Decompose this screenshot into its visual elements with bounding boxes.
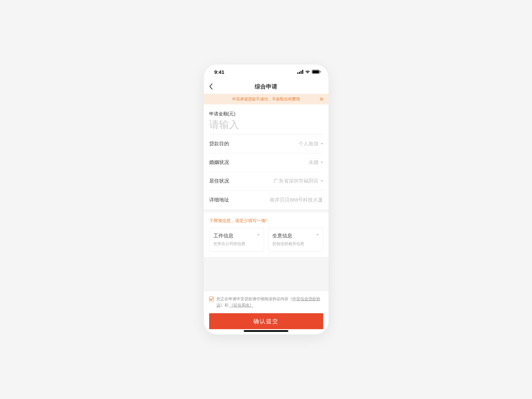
spacer (204, 257, 329, 291)
row-value: 个人旅游 (299, 141, 323, 147)
row-label: 婚姻状况 (209, 159, 229, 166)
work-info-card[interactable]: 工作信息 您所在公司的信息 (209, 228, 264, 252)
agree-prefix: 您正在申请中安贷款请仔细阅读协议内容 (216, 297, 288, 301)
form-top-section: 申请金额(元) 贷款目的 个人旅游 婚姻状况 未婚 居住状况 广东省 (204, 106, 329, 209)
card-title: 工作信息 (213, 233, 260, 239)
section-divider (204, 209, 329, 212)
agreement-text: 您正在申请中安贷款请仔细阅读协议内容《中安信业贷款协议》和 《征信系统》 (216, 296, 323, 309)
home-indicator (244, 330, 288, 332)
row-value: 广东省深圳市福田区 (274, 178, 323, 184)
info-cards: 工作信息 您所在公司的信息 生意信息 您创业的相关信息 (209, 228, 323, 252)
submit-button[interactable]: 确认提交 (209, 313, 323, 329)
row-label: 详细地址 (209, 197, 229, 203)
svg-rect-1 (299, 72, 300, 74)
bracket: 《 (288, 297, 292, 301)
agreement-checkbox[interactable] (209, 297, 214, 301)
amount-input[interactable] (209, 117, 323, 135)
row-value: 未婚 (309, 159, 323, 166)
svg-rect-3 (302, 70, 303, 74)
chevron-down-icon (321, 180, 323, 182)
row-value: 南岸贝贝888号科技大厦 (270, 197, 323, 203)
status-bar: 9:41 (204, 65, 329, 79)
row-loan-purpose[interactable]: 贷款目的 个人旅游 (209, 135, 323, 153)
value-text: 广东省深圳市福田区 (274, 178, 319, 184)
banner-text: 中安承诺贷款不成功，不收取任何费用 (232, 96, 300, 102)
value-text: 未婚 (309, 159, 319, 166)
promo-banner: 中安承诺贷款不成功，不收取任何费用 (204, 94, 329, 104)
row-marital-status[interactable]: 婚姻状况 未婚 (209, 153, 323, 172)
additional-info-section: 下两项信息，请至少填写一项* 工作信息 您所在公司的信息 生意信息 您创业的相关… (204, 212, 329, 257)
row-address[interactable]: 详细地址 南岸贝贝888号科技大厦 (209, 191, 323, 209)
business-info-card[interactable]: 生意信息 您创业的相关信息 (268, 228, 323, 252)
nav-bar: 综合申请 (204, 79, 329, 94)
row-residence[interactable]: 居住状况 广东省深圳市福田区 (209, 172, 323, 191)
agreement-link-2[interactable]: 《征信系统》 (229, 303, 253, 308)
row-label: 贷款目的 (209, 141, 229, 147)
chevron-down-icon (321, 162, 323, 163)
required-star: * (265, 218, 267, 223)
title-text: 下两项信息，请至少填写一项 (209, 218, 265, 223)
chevron-down-icon (321, 143, 323, 145)
card-subtitle: 您所在公司的信息 (213, 241, 260, 247)
bracket: 《 (229, 303, 233, 308)
row-label: 居住状况 (209, 178, 229, 184)
value-text: 南岸贝贝888号科技大厦 (270, 197, 323, 203)
cellular-icon (297, 70, 303, 74)
agreement-section: 您正在申请中安贷款请仔细阅读协议内容《中安信业贷款协议》和 《征信系统》 确认提… (204, 291, 329, 334)
amount-label: 申请金额(元) (209, 106, 323, 117)
agreement-row: 您正在申请中安贷款请仔细阅读协议内容《中安信业贷款协议》和 《征信系统》 (209, 296, 323, 309)
back-button[interactable] (209, 83, 212, 89)
status-time: 9:41 (214, 69, 224, 75)
svg-rect-6 (320, 71, 321, 72)
value-text: 个人旅游 (299, 141, 319, 147)
bracket: 》 (220, 303, 224, 308)
svg-rect-5 (313, 70, 319, 73)
chevron-down-icon (316, 234, 319, 236)
card-title: 生意信息 (272, 233, 319, 239)
wifi-icon (305, 70, 310, 74)
bracket: 》 (249, 303, 253, 308)
section-title: 下两项信息，请至少填写一项* (209, 218, 323, 224)
close-icon[interactable] (319, 97, 324, 101)
link-text: 征信系统 (233, 303, 249, 308)
svg-rect-0 (297, 72, 298, 74)
card-subtitle: 您创业的相关信息 (272, 241, 319, 247)
agree-and: 和 (224, 303, 228, 308)
content-area: 中安承诺贷款不成功，不收取任何费用 申请金额(元) 贷款目的 个人旅游 婚姻状况… (204, 94, 329, 334)
svg-rect-2 (301, 71, 302, 74)
chevron-down-icon (257, 234, 260, 236)
page-title: 综合申请 (204, 83, 329, 90)
battery-icon (312, 70, 321, 74)
status-icons (297, 70, 321, 74)
phone-frame: 9:41 综合申请 中安承诺贷款不成功，不收取任何费用 申请金额(元 (204, 65, 329, 334)
